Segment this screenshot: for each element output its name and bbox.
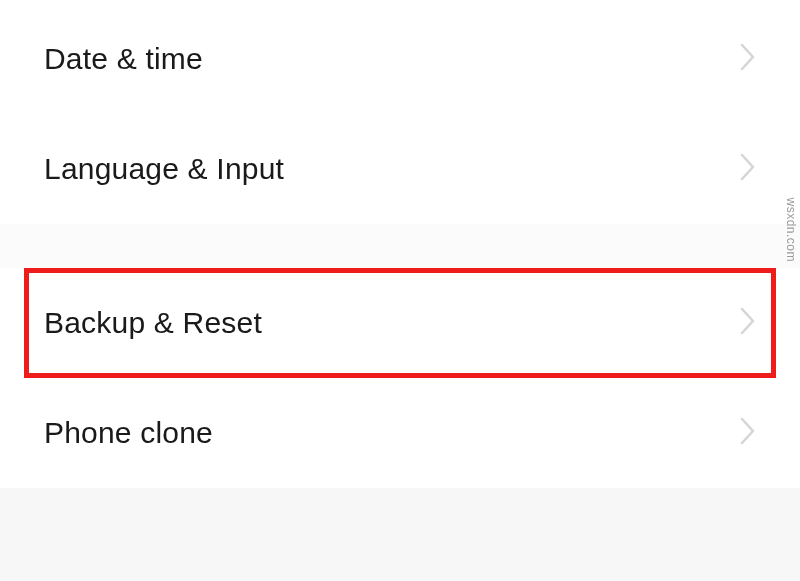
highlighted-item: Backup & Reset	[0, 268, 800, 378]
settings-item-label: Language & Input	[44, 152, 284, 186]
settings-item-date-time[interactable]: Date & time	[0, 4, 800, 114]
chevron-right-icon	[740, 153, 756, 185]
settings-item-label: Phone clone	[44, 416, 213, 450]
settings-item-label: Backup & Reset	[44, 306, 262, 340]
watermark-text: wsxdn.com	[784, 197, 798, 262]
chevron-right-icon	[740, 43, 756, 75]
settings-item-phone-clone[interactable]: Phone clone	[0, 378, 800, 488]
chevron-right-icon	[740, 307, 756, 339]
settings-group-2: Backup & Reset Phone clone	[0, 268, 800, 488]
settings-group-1: Date & time Language & Input	[0, 0, 800, 224]
chevron-right-icon	[740, 417, 756, 449]
settings-item-language-input[interactable]: Language & Input	[0, 114, 800, 224]
settings-item-label: Date & time	[44, 42, 203, 76]
settings-item-backup-reset[interactable]: Backup & Reset	[0, 268, 800, 378]
section-gap	[0, 224, 800, 268]
